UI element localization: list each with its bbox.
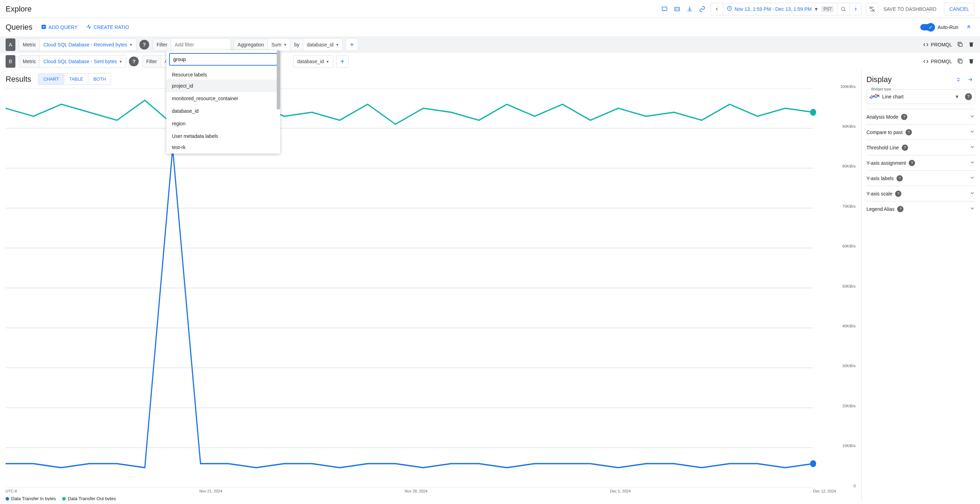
svg-rect-6: [959, 60, 962, 63]
plus-box-icon: [41, 24, 46, 31]
y-tick-label: 30KiB/s: [842, 364, 856, 368]
display-section-row[interactable]: Legend Alias?: [867, 201, 975, 216]
metric-value-b[interactable]: Cloud SQL Database - Sent bytes▼: [40, 59, 126, 64]
svg-rect-1: [675, 7, 680, 11]
time-prev-button[interactable]: [711, 3, 723, 15]
chevron-down-icon: [969, 175, 975, 182]
query-badge-b[interactable]: B: [6, 55, 15, 68]
dropdown-option[interactable]: database_id: [166, 105, 280, 117]
time-range-text: Nov 13, 1:59 PM - Dec 13, 1:59 PM: [734, 6, 811, 12]
feedback-icon[interactable]: [658, 3, 671, 15]
time-next-button[interactable]: [850, 3, 861, 15]
display-section-row[interactable]: Analysis Mode?: [867, 109, 975, 124]
help-icon[interactable]: ?: [897, 206, 904, 212]
chevron-down-icon: [969, 144, 975, 151]
filter-input-a[interactable]: [171, 39, 231, 51]
display-section-row[interactable]: Compare to past?: [867, 124, 975, 139]
tab-both[interactable]: BOTH: [88, 74, 111, 84]
time-search-button[interactable]: [837, 3, 850, 15]
svg-rect-0: [662, 7, 667, 11]
by-value-b[interactable]: database_id▼: [294, 59, 333, 64]
x-tick-label: UTC-8: [6, 489, 17, 493]
copy-icon[interactable]: [957, 41, 963, 49]
tab-table[interactable]: TABLE: [64, 74, 88, 84]
code-icon[interactable]: [671, 3, 683, 15]
dropdown-option[interactable]: monitored_resource_container: [166, 92, 280, 105]
aggregation-selector-a: Aggregation Sum▼ by database_id▼: [234, 38, 343, 51]
tab-chart[interactable]: CHART: [38, 74, 64, 84]
help-icon[interactable]: ?: [965, 93, 972, 100]
chart-area[interactable]: 100KiB/s90KiB/s80KiB/s70KiB/s60KiB/s50Ki…: [6, 88, 856, 488]
by-selector-b: database_id▼: [293, 55, 333, 68]
delete-icon[interactable]: [968, 41, 974, 49]
download-icon[interactable]: [683, 3, 696, 15]
collapse-queries-button[interactable]: [963, 22, 974, 33]
display-title: Display: [867, 75, 892, 84]
help-icon[interactable]: ?: [895, 190, 901, 197]
timezone-badge: PST: [821, 6, 834, 12]
copy-icon[interactable]: [957, 58, 963, 65]
help-icon[interactable]: ?: [139, 40, 149, 49]
create-ratio-button[interactable]: CREATE RATIO: [86, 24, 129, 31]
auto-run-label: Auto-Run: [938, 24, 958, 30]
add-aggregation-b[interactable]: +: [336, 55, 349, 68]
svg-point-19: [810, 109, 816, 116]
auto-run-toggle[interactable]: ✓: [920, 24, 934, 30]
help-icon[interactable]: ?: [897, 175, 903, 182]
query-row-b: B Metric Cloud SQL Database - Sent bytes…: [0, 53, 980, 70]
metric-selector-a: Metric Cloud SQL Database - Received byt…: [19, 38, 137, 51]
expand-panel-icon[interactable]: [953, 75, 963, 84]
promql-button-b[interactable]: PROMQL: [923, 59, 952, 64]
chevron-down-icon: [969, 160, 975, 166]
save-to-dashboard-button[interactable]: SAVE TO DASHBOARD: [878, 3, 941, 15]
metric-selector-b: Metric Cloud SQL Database - Sent bytes▼: [19, 55, 126, 68]
help-icon[interactable]: ?: [901, 114, 907, 120]
svg-rect-5: [959, 43, 962, 46]
metric-value-a[interactable]: Cloud SQL Database - Received bytes▼: [40, 42, 136, 48]
display-section-row[interactable]: Y-axis scale?: [867, 186, 975, 201]
by-value-a[interactable]: database_id▼: [303, 42, 342, 48]
help-icon[interactable]: ?: [909, 160, 915, 166]
y-tick-label: 10KiB/s: [842, 444, 856, 448]
y-tick-label: 80KiB/s: [842, 164, 856, 168]
add-aggregation-a[interactable]: +: [345, 38, 358, 51]
display-section-row[interactable]: Y-axis assignment?: [867, 155, 975, 170]
svg-point-18: [810, 460, 816, 467]
x-axis-labels: UTC-8Nov 21, 2024Nov 28, 2024Dec 5, 2024…: [6, 489, 856, 493]
widget-type-select[interactable]: Widget type Line chart ▼ ?: [867, 89, 975, 104]
cancel-button[interactable]: CANCEL: [944, 3, 974, 15]
aggregation-value-a[interactable]: Sum▼: [268, 42, 291, 48]
legend-item[interactable]: Data Transfer Out bytes: [62, 496, 116, 501]
filter-search-input[interactable]: [169, 53, 277, 66]
x-tick-label: Nov 21, 2024: [199, 489, 222, 493]
promql-button-a[interactable]: PROMQL: [923, 42, 952, 48]
help-icon[interactable]: ?: [902, 144, 908, 151]
dropdown-section-user: User metadata labels: [166, 130, 280, 141]
dropdown-option[interactable]: region: [166, 117, 280, 130]
clock-icon: [727, 6, 732, 12]
dropdown-scrollbar[interactable]: [277, 50, 280, 109]
legend-swatch: [62, 497, 66, 501]
queries-title: Queries: [6, 23, 32, 32]
caret-down-icon: ▼: [955, 94, 959, 100]
results-title: Results: [6, 75, 31, 84]
filter-dropdown: Resource labels project_id monitored_res…: [166, 50, 280, 154]
delete-icon[interactable]: [968, 58, 974, 65]
display-section-row[interactable]: Threshold Line?: [867, 139, 975, 155]
x-tick-label: Dec 5, 2024: [610, 489, 631, 493]
add-query-button[interactable]: ADD QUERY: [41, 24, 78, 31]
dropdown-option[interactable]: test-rk: [166, 141, 280, 154]
y-tick-label: 0: [854, 484, 856, 488]
query-badge-a[interactable]: A: [6, 38, 15, 51]
link-icon[interactable]: [696, 3, 708, 15]
time-range-display[interactable]: Nov 13, 1:59 PM - Dec 13, 1:59 PM ▼ PST: [723, 3, 837, 15]
help-icon[interactable]: ?: [905, 129, 912, 135]
dropdown-option[interactable]: project_id: [166, 79, 280, 92]
page-title: Explore: [6, 5, 32, 14]
collapse-panel-icon[interactable]: [965, 75, 975, 84]
results-view-tabs: CHART TABLE BOTH: [38, 73, 111, 85]
auto-refresh-toggle[interactable]: [866, 3, 878, 15]
display-section-row[interactable]: Y-axis labels?: [867, 170, 975, 186]
legend-item[interactable]: Data Transfer In bytes: [6, 496, 56, 501]
help-icon[interactable]: ?: [129, 57, 139, 66]
